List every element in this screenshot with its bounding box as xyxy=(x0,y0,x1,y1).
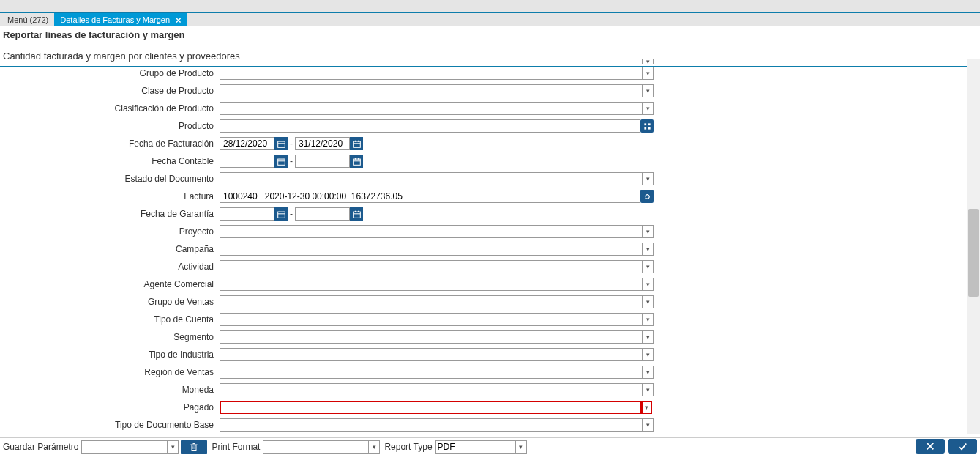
chevron-down-icon[interactable]: ▾ xyxy=(643,418,654,432)
fecha-contable-to[interactable] xyxy=(295,155,350,168)
ok-button[interactable] xyxy=(948,439,977,454)
fecha-garantia-from[interactable] xyxy=(220,207,274,221)
chevron-down-icon[interactable]: ▾ xyxy=(643,243,654,256)
report-type-select[interactable] xyxy=(435,440,516,454)
print-format-select[interactable] xyxy=(263,440,369,454)
chevron-down-icon[interactable]: ▾ xyxy=(643,366,654,379)
chevron-down-icon[interactable]: ▾ xyxy=(643,172,654,185)
row-agente: Agente Comercial ▾ xyxy=(0,275,962,293)
label-tipo-doc-base: Tipo de Documento Base xyxy=(0,420,220,430)
chevron-down-icon[interactable]: ▾ xyxy=(643,313,654,326)
svg-rect-25 xyxy=(353,212,360,218)
calendar-icon[interactable] xyxy=(350,155,363,168)
row-moneda: Moneda ▾ xyxy=(0,381,962,399)
row-clase-producto: Clase de Producto ▾ xyxy=(0,82,962,100)
calendar-icon[interactable] xyxy=(350,137,363,150)
form-area: ▾ Grupo de Producto ▾ Clase de Producto … xyxy=(0,59,962,434)
fecha-garantia-to[interactable] xyxy=(295,207,350,221)
cut-input[interactable] xyxy=(220,59,643,64)
chevron-down-icon[interactable]: ▾ xyxy=(643,260,654,273)
label-tipo-industria: Tipo de Industria xyxy=(0,349,220,360)
guardar-parametro-select[interactable] xyxy=(81,440,168,454)
proyecto-input[interactable] xyxy=(220,225,643,238)
window-top-strip xyxy=(0,0,980,13)
range-dash: - xyxy=(290,209,293,219)
pagado-input[interactable] xyxy=(220,401,641,414)
row-tipo-industria: Tipo de Industria ▾ xyxy=(0,346,962,363)
campana-input[interactable] xyxy=(220,243,643,256)
tipo-industria-input[interactable] xyxy=(220,348,643,361)
svg-rect-3 xyxy=(648,127,650,129)
agente-input[interactable] xyxy=(220,278,643,291)
trash-icon[interactable] xyxy=(181,440,207,454)
lookup-icon[interactable] xyxy=(640,119,654,133)
grupo-ventas-input[interactable] xyxy=(220,295,643,308)
vertical-scrollbar[interactable] xyxy=(967,59,980,434)
label-moneda: Moneda xyxy=(0,385,220,395)
label-campana: Campaña xyxy=(0,244,220,254)
fecha-factura-to[interactable] xyxy=(295,137,350,150)
chevron-down-icon[interactable]: ▾ xyxy=(643,225,654,238)
row-producto: Producto xyxy=(0,117,962,135)
scroll-thumb[interactable] xyxy=(968,209,979,297)
label-clasificacion: Clasificación de Producto xyxy=(0,103,220,114)
chevron-down-icon[interactable]: ▾ xyxy=(641,401,652,414)
actividad-input[interactable] xyxy=(220,260,643,273)
label-grupo-ventas: Grupo de Ventas xyxy=(0,297,220,307)
factura-input[interactable] xyxy=(220,190,640,203)
clase-producto-input[interactable] xyxy=(220,84,643,97)
close-icon[interactable]: × xyxy=(176,15,182,26)
tipo-doc-base-input[interactable] xyxy=(220,418,643,432)
chevron-down-icon[interactable]: ▾ xyxy=(643,67,654,80)
tab-menu-label: Menú (272) xyxy=(7,15,48,24)
chevron-down-icon[interactable]: ▾ xyxy=(168,440,179,454)
tab-detalles-facturas[interactable]: Detalles de Facturas y Margen × xyxy=(54,13,187,26)
segmento-input[interactable] xyxy=(220,330,643,344)
tipo-cuenta-input[interactable] xyxy=(220,313,643,326)
region-ventas-input[interactable] xyxy=(220,366,643,379)
calendar-icon[interactable] xyxy=(274,207,288,221)
row-factura: Factura xyxy=(0,188,962,205)
chevron-down-icon[interactable]: ▾ xyxy=(643,348,654,361)
tab-menu[interactable]: Menú (272) xyxy=(1,13,54,26)
estado-documento-input[interactable] xyxy=(220,172,643,185)
label-region-ventas: Región de Ventas xyxy=(0,367,220,377)
label-estado-documento: Estado del Documento xyxy=(0,174,220,184)
chevron-down-icon[interactable]: ▾ xyxy=(643,59,654,64)
row-fecha-facturacion: Fecha de Facturación - xyxy=(0,135,962,152)
footer-bar: Guardar Parámetro ▾ Print Format ▾ Repor… xyxy=(0,437,980,455)
fecha-contable-from[interactable] xyxy=(220,155,274,168)
chevron-down-icon[interactable]: ▾ xyxy=(643,102,654,115)
chevron-down-icon[interactable]: ▾ xyxy=(643,278,654,291)
chevron-down-icon[interactable]: ▾ xyxy=(643,84,654,97)
moneda-input[interactable] xyxy=(220,383,643,396)
label-tipo-cuenta: Tipo de Cuenta xyxy=(0,314,220,325)
row-tipo-doc-base: Tipo de Documento Base ▾ xyxy=(0,416,962,434)
fecha-factura-from[interactable] xyxy=(220,137,274,150)
row-pagado: Pagado ▾ xyxy=(0,399,962,416)
row-tipo-cuenta: Tipo de Cuenta ▾ xyxy=(0,311,962,328)
producto-input[interactable] xyxy=(220,119,640,133)
requery-icon[interactable] xyxy=(640,190,654,203)
chevron-down-icon[interactable]: ▾ xyxy=(516,440,527,454)
calendar-icon[interactable] xyxy=(274,155,288,168)
chevron-down-icon[interactable]: ▾ xyxy=(643,295,654,308)
calendar-icon[interactable] xyxy=(274,137,288,150)
row-campana: Campaña ▾ xyxy=(0,240,962,258)
cancel-button[interactable] xyxy=(916,439,945,454)
grupo-producto-input[interactable] xyxy=(220,67,643,80)
chevron-down-icon[interactable]: ▾ xyxy=(643,383,654,396)
tab-strip: Menú (272) Detalles de Facturas y Margen… xyxy=(0,13,980,26)
label-fecha-garantia: Fecha de Garantía xyxy=(0,209,220,219)
row-proyecto: Proyecto ▾ xyxy=(0,223,962,240)
row-segmento: Segmento ▾ xyxy=(0,328,962,346)
svg-rect-29 xyxy=(192,445,196,450)
label-producto: Producto xyxy=(0,121,220,131)
chevron-down-icon[interactable]: ▾ xyxy=(369,440,380,454)
label-fecha-contable: Fecha Contable xyxy=(0,156,220,166)
print-format-label: Print Format xyxy=(212,442,260,452)
clasificacion-input[interactable] xyxy=(220,102,643,115)
label-pagado: Pagado xyxy=(0,402,220,413)
chevron-down-icon[interactable]: ▾ xyxy=(643,330,654,344)
calendar-icon[interactable] xyxy=(350,207,363,221)
